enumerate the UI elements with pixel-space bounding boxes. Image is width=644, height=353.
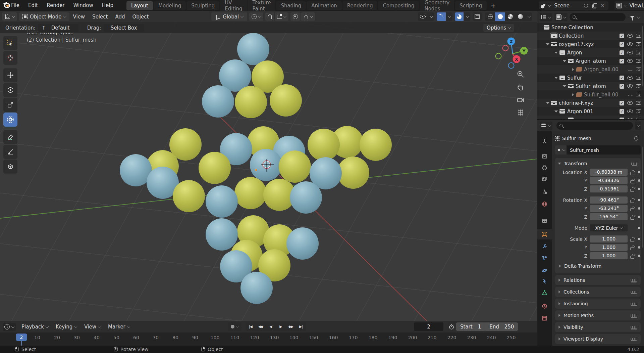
- disable-render-camera-icon[interactable]: [636, 109, 641, 113]
- outliner-row[interactable]: Argon ✓: [537, 48, 644, 57]
- workspace-tab[interactable]: Modeling: [154, 1, 186, 10]
- timeline-menu[interactable]: Keying: [52, 324, 80, 330]
- lock-icon[interactable]: [630, 200, 634, 203]
- snap-toggle[interactable]: [265, 12, 274, 21]
- timeline-editor-type-button[interactable]: [3, 323, 16, 331]
- visibility-dropdown[interactable]: [428, 12, 434, 21]
- timeline-menu[interactable]: View: [80, 324, 104, 330]
- collapsed-section[interactable]: Collections: [555, 287, 641, 297]
- keyframe-dot-icon[interactable]: [638, 238, 640, 240]
- value-field[interactable]: 1.000: [590, 235, 628, 242]
- drag-grip-icon[interactable]: [631, 279, 637, 281]
- gizmos-toggle[interactable]: [437, 12, 446, 21]
- drag-grip-icon[interactable]: [631, 314, 637, 317]
- close-icon[interactable]: ×: [599, 3, 606, 9]
- copy-icon[interactable]: [592, 3, 597, 8]
- outliner-row[interactable]: ✓: [537, 116, 644, 119]
- tool-rotate[interactable]: [3, 83, 17, 97]
- topbar-menu[interactable]: Help: [98, 0, 118, 11]
- timeline-menu[interactable]: Marker: [104, 324, 133, 330]
- workspace-tab[interactable]: Rendering: [342, 1, 378, 10]
- properties-editor-type-button[interactable]: [540, 122, 552, 130]
- hide-eye-icon[interactable]: [627, 59, 633, 63]
- hidden-eye-icon[interactable]: [628, 68, 633, 71]
- outliner-row[interactable]: Sulfur_atom ✓: [537, 82, 644, 90]
- outliner-row[interactable]: Sulfur_ball.00 ✓: [537, 90, 644, 99]
- exclude-checkbox[interactable]: ✓: [620, 34, 624, 38]
- value-field[interactable]: 1.000: [590, 244, 628, 251]
- editor-type-button[interactable]: [2, 12, 17, 21]
- outliner-row[interactable]: Collection ✓: [537, 32, 644, 40]
- lock-icon[interactable]: [630, 239, 634, 242]
- proportional-edit-toggle[interactable]: [290, 12, 300, 21]
- object-id-button[interactable]: [555, 145, 567, 155]
- prev-keyframe-button[interactable]: ◀◆: [256, 322, 266, 331]
- drag-grip-icon[interactable]: [631, 291, 637, 293]
- exclude-checkbox[interactable]: ✓: [620, 76, 624, 80]
- object-visibility-button[interactable]: [418, 12, 428, 21]
- tab-world[interactable]: [537, 198, 552, 209]
- hide-eye-icon[interactable]: [627, 51, 633, 54]
- tab-render[interactable]: [537, 151, 552, 162]
- viewport-menu[interactable]: Select: [89, 14, 111, 20]
- viewlayer-selector[interactable]: ViewLayer ×: [614, 1, 644, 10]
- properties-options-dropdown[interactable]: [635, 122, 641, 130]
- shading-solid-button[interactable]: [495, 12, 505, 21]
- topbar-menu[interactable]: Render: [42, 0, 69, 11]
- outliner-row[interactable]: Sulfur ✓: [537, 74, 644, 82]
- navigation-gizmo[interactable]: Z Y X: [486, 30, 537, 77]
- tab-output[interactable]: [537, 162, 552, 173]
- outliner-row[interactable]: Argon_ball.00 ✓: [537, 65, 644, 74]
- zoom-icon[interactable]: [517, 70, 525, 78]
- disable-render-camera-icon[interactable]: [636, 34, 641, 38]
- disable-render-camera-icon[interactable]: [636, 76, 641, 80]
- keyframe-dot-icon[interactable]: [638, 179, 640, 182]
- keyframe-dot-icon[interactable]: [638, 246, 640, 249]
- atom-sphere[interactable]: [270, 84, 302, 117]
- tool-transform[interactable]: [3, 113, 17, 127]
- pan-hand-icon[interactable]: [517, 83, 525, 91]
- value-field[interactable]: -90.461°: [590, 196, 628, 204]
- drag-grip-icon[interactable]: [631, 326, 637, 328]
- exclude-checkbox[interactable]: ✓: [620, 59, 624, 63]
- topbar-menu[interactable]: Edit: [24, 0, 42, 11]
- keyframe-dot-icon[interactable]: [638, 188, 640, 190]
- tool-cursor[interactable]: [3, 51, 17, 65]
- atom-sphere[interactable]: [202, 85, 234, 118]
- snap-target-button[interactable]: [275, 12, 288, 21]
- viewport-menu[interactable]: View: [69, 14, 89, 20]
- hide-eye-icon[interactable]: [627, 34, 633, 38]
- disable-render-camera-icon[interactable]: [636, 93, 641, 96]
- disable-render-camera-icon[interactable]: [636, 59, 641, 63]
- atom-sphere[interactable]: [173, 180, 205, 212]
- camera-view-icon[interactable]: [517, 96, 525, 104]
- xray-toggle[interactable]: [473, 12, 482, 21]
- collapsed-section[interactable]: Motion Paths: [555, 310, 641, 320]
- outliner-row[interactable]: oxygen17.xyz ✓: [537, 40, 644, 48]
- workspace-tab[interactable]: Animation: [307, 1, 341, 10]
- outliner-display-mode-button[interactable]: [554, 13, 568, 21]
- pin-icon[interactable]: [583, 3, 589, 8]
- collapsed-section[interactable]: Instancing: [555, 299, 641, 309]
- transform-panel-header[interactable]: Transform: [558, 160, 638, 167]
- atom-sphere[interactable]: [279, 150, 311, 183]
- overlays-dropdown[interactable]: [464, 12, 470, 21]
- atom-sphere[interactable]: [240, 272, 273, 304]
- atom-sphere[interactable]: [337, 157, 369, 189]
- play-reverse-button[interactable]: ◀: [266, 322, 276, 331]
- value-field[interactable]: 156.54°: [590, 213, 628, 220]
- tab-scene[interactable]: [537, 186, 552, 197]
- collapsed-section[interactable]: Visibility: [555, 322, 641, 332]
- timeline-ruler[interactable]: 10 20 30 40 50 60 70 80 90 100 110: [0, 333, 537, 346]
- value-field[interactable]: -0.51961: [590, 185, 628, 192]
- keyframe-dot-icon[interactable]: [638, 207, 640, 210]
- expand-arrow-icon[interactable]: [553, 77, 559, 79]
- exclude-checkbox[interactable]: ✓: [620, 42, 624, 47]
- workspace-tab[interactable]: Compositing: [378, 1, 419, 10]
- rotation-mode-dropdown[interactable]: XYZ Euler: [590, 224, 628, 231]
- disable-render-camera-icon[interactable]: [636, 51, 641, 54]
- collapsed-section[interactable]: Relations: [555, 275, 641, 285]
- expand-arrow-icon[interactable]: [553, 52, 559, 54]
- drag-grip-icon[interactable]: [631, 338, 637, 340]
- topbar-menu[interactable]: Window: [69, 0, 98, 11]
